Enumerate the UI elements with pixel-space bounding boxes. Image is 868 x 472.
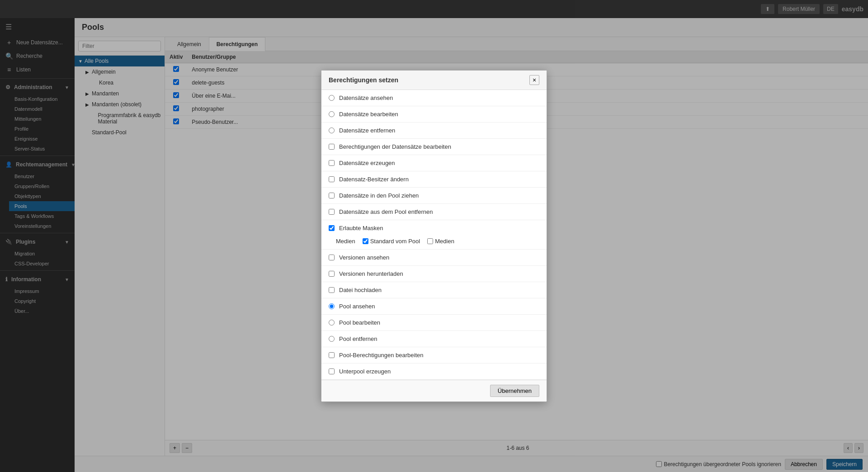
permission-label: Datensätze erzeugen	[339, 160, 395, 166]
permission-row-pool-ansehen: Pool ansehen	[321, 298, 547, 315]
datensatze-ansehen-radio[interactable]	[329, 95, 335, 101]
permission-label: Erlaubte Masken	[339, 225, 383, 231]
permission-row-berechtigungen-bearbeiten: Berechtigungen der Datensätze bearbeiten	[321, 139, 547, 155]
datensatze-bearbeiten-radio[interactable]	[329, 111, 335, 117]
datei-hochladen-checkbox[interactable]	[329, 287, 335, 293]
medien2-checkbox[interactable]	[427, 238, 433, 244]
pool-entfernen-radio[interactable]	[329, 336, 335, 342]
pool-berechtigungen-bearbeiten-checkbox[interactable]	[329, 352, 335, 358]
permission-row-pool-berechtigungen-bearbeiten: Pool-Berechtigungen bearbeiten	[321, 347, 547, 363]
permission-row-unterpool-erzeugen: Unterpool erzeugen	[321, 363, 547, 380]
permission-row-datensatze-bearbeiten: Datensätze bearbeiten	[321, 106, 547, 123]
permission-row-pool-entfernen: Pool entfernen	[321, 331, 547, 347]
erlaubte-masken-checkbox[interactable]	[329, 225, 335, 231]
permission-label: Pool ansehen	[339, 303, 375, 310]
permission-row-erlaubte-masken: Erlaubte Masken	[321, 220, 547, 236]
apply-button[interactable]: Übernehmen	[490, 385, 539, 397]
versionen-herunterladen-checkbox[interactable]	[329, 271, 335, 277]
permission-label: Unterpool erzeugen	[339, 368, 391, 375]
permission-row-datei-hochladen: Datei hochladen	[321, 282, 547, 298]
permission-row-versionen-ansehen: Versionen ansehen	[321, 250, 547, 266]
modal-header: Berechtigungen setzen ×	[321, 71, 547, 90]
permission-label: Pool-Berechtigungen bearbeiten	[339, 352, 423, 359]
permission-label: Versionen ansehen	[339, 254, 389, 261]
permission-row-pool-bearbeiten: Pool bearbeiten	[321, 315, 547, 331]
permission-label: Pool entfernen	[339, 335, 377, 342]
datensatze-erzeugen-checkbox[interactable]	[329, 160, 335, 166]
permission-row-datensatze-ansehen: Datensätze ansehen	[321, 90, 547, 106]
permission-row-datensatze-erzeugen: Datensätze erzeugen	[321, 155, 547, 171]
erlaubte-masken-sub-row: Medien Standard vom Pool Medien	[321, 236, 547, 250]
versionen-ansehen-checkbox[interactable]	[329, 255, 335, 260]
permission-label: Datensätze ansehen	[339, 94, 393, 101]
permission-label: Datensätze bearbeiten	[339, 111, 398, 118]
permission-label: Versionen herunterladen	[339, 270, 403, 277]
modal-footer: Übernehmen	[321, 380, 547, 401]
permission-label: Datensätze in den Pool ziehen	[339, 192, 419, 199]
permission-row-datensatze-entfernen: Datensätze entfernen	[321, 123, 547, 139]
medien2-label[interactable]: Medien	[427, 238, 454, 245]
berechtigungen-bearbeiten-checkbox[interactable]	[329, 144, 335, 150]
erlaubte-masken-sub-content: Medien Standard vom Pool Medien	[336, 238, 539, 245]
permission-row-datensatz-besitzer: Datensatz-Besitzer ändern	[321, 171, 547, 188]
pool-ansehen-radio[interactable]	[329, 303, 335, 309]
permission-label: Datei hochladen	[339, 287, 382, 293]
permission-label: Pool bearbeiten	[339, 319, 380, 326]
pool-entfernen-datensatz-checkbox[interactable]	[329, 209, 335, 215]
permission-row-versionen-herunterladen: Versionen herunterladen	[321, 266, 547, 282]
standard-vom-pool-text: Standard vom Pool	[370, 238, 420, 245]
permission-label: Datensätze entfernen	[339, 127, 395, 134]
permission-label: Berechtigungen der Datensätze bearbeiten	[339, 143, 451, 150]
medien-label: Medien	[336, 238, 355, 245]
permission-label: Datensätze aus dem Pool entfernen	[339, 208, 433, 215]
medien2-text: Medien	[435, 238, 454, 245]
permissions-modal: Berechtigungen setzen × Datensätze anseh…	[321, 70, 547, 402]
pool-bearbeiten-radio[interactable]	[329, 320, 335, 326]
standard-vom-pool-checkbox[interactable]	[363, 238, 368, 244]
modal-title: Berechtigungen setzen	[329, 76, 398, 84]
datensatz-besitzer-checkbox[interactable]	[329, 176, 335, 182]
modal-overlay: Berechtigungen setzen × Datensätze anseh…	[0, 0, 868, 472]
modal-close-button[interactable]: ×	[529, 75, 539, 85]
modal-body: Datensätze ansehen Datensätze bearbeiten…	[321, 90, 547, 380]
permission-row-pool-entfernen-datensatz: Datensätze aus dem Pool entfernen	[321, 204, 547, 220]
unterpool-erzeugen-checkbox[interactable]	[329, 368, 335, 374]
permission-row-pool-ziehen: Datensätze in den Pool ziehen	[321, 188, 547, 204]
datensatze-entfernen-radio[interactable]	[329, 127, 335, 133]
permission-label: Datensatz-Besitzer ändern	[339, 176, 409, 183]
standard-vom-pool-label[interactable]: Standard vom Pool	[363, 238, 420, 245]
pool-ziehen-checkbox[interactable]	[329, 193, 335, 198]
